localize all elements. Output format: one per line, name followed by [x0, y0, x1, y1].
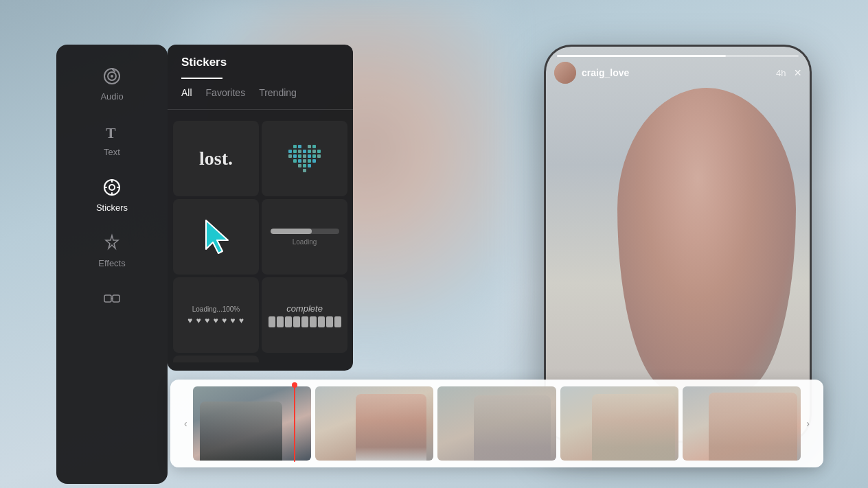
transitions-icon — [101, 288, 123, 310]
sticker-loading-bar[interactable]: Loading — [262, 199, 347, 275]
effects-icon — [101, 232, 123, 254]
loading-hearts-content: Loading...100% ♥ ♥ ♥ ♥ ♥ ♥ ♥ — [187, 305, 244, 325]
sticker-grid: lost. — [168, 115, 353, 362]
sticker-lost-text: lost. — [199, 148, 233, 170]
sticker-panel: Stickers All Favorites Trending lost. — [168, 45, 353, 371]
sticker-player-watcher[interactable]: ARE YOU A PLAYER or WATCHER — [173, 356, 259, 362]
sidebar-item-transitions[interactable] — [64, 281, 160, 321]
svg-rect-12 — [113, 295, 119, 302]
timeline-right-arrow[interactable]: › — [803, 415, 812, 432]
left-sidebar: Audio T Text Stickers — [56, 45, 168, 484]
sticker-tab-all[interactable]: All — [181, 87, 192, 101]
stickers-icon — [101, 176, 123, 198]
stickers-label: Stickers — [96, 202, 128, 213]
phone-username: craig_love — [582, 67, 776, 78]
sticker-divider — [168, 109, 353, 110]
sidebar-item-stickers[interactable]: Stickers — [64, 170, 160, 220]
svg-point-6 — [109, 185, 115, 190]
sidebar-item-audio[interactable]: Audio — [64, 58, 160, 108]
sticker-cursor[interactable] — [173, 199, 259, 275]
pixel-heart-grid — [288, 145, 321, 172]
complete-sticker-content: complete — [269, 303, 341, 327]
text-label: Text — [104, 147, 120, 157]
effects-label: Effects — [98, 258, 126, 268]
complete-text: complete — [286, 303, 323, 314]
sticker-loading-hearts[interactable]: Loading...100% ♥ ♥ ♥ ♥ ♥ ♥ ♥ — [173, 277, 259, 353]
loading-fill — [271, 229, 312, 234]
sticker-tabs: All Favorites Trending — [181, 87, 339, 101]
audio-label: Audio — [100, 91, 123, 102]
phone-time: 4h — [776, 68, 786, 78]
timeline-left-arrow[interactable]: ‹ — [181, 415, 190, 432]
timeline-frame-4[interactable] — [560, 386, 678, 461]
phone-story-header: craig_love 4h × — [554, 62, 801, 84]
loading-percent: Loading...100% — [192, 305, 240, 313]
loading-label: Loading — [293, 238, 317, 246]
sticker-complete[interactable]: complete — [262, 277, 347, 353]
sticker-tab-favorites[interactable]: Favorites — [206, 87, 246, 101]
story-progress-fill — [557, 55, 726, 57]
text-icon: T — [101, 121, 123, 143]
cursor-sticker-content — [173, 199, 259, 275]
phone-close-icon[interactable]: × — [794, 66, 801, 80]
timeline-frames — [193, 386, 801, 461]
audio-icon — [101, 65, 123, 87]
phone-avatar — [554, 62, 576, 84]
svg-rect-11 — [104, 295, 111, 302]
timeline-strip: ‹ › — [170, 380, 823, 467]
sticker-tab-trending[interactable]: Trending — [259, 87, 297, 101]
sticker-panel-title: Stickers — [181, 56, 339, 69]
phone-woman-figure — [617, 88, 796, 390]
svg-text:T: T — [106, 124, 116, 141]
playhead-dot — [292, 382, 297, 388]
svg-marker-14 — [206, 220, 228, 253]
timeline-frame-5[interactable] — [683, 386, 801, 461]
cursor-icon — [202, 219, 231, 255]
sticker-lost[interactable]: lost. — [173, 121, 259, 196]
sidebar-item-text[interactable]: T Text — [64, 114, 160, 164]
sticker-title-underline — [181, 78, 222, 79]
timeline-playhead — [294, 385, 295, 462]
svg-point-2 — [111, 75, 113, 78]
hearts-row: ♥ ♥ ♥ ♥ ♥ ♥ ♥ — [187, 316, 244, 325]
timeline-frame-2[interactable] — [315, 386, 433, 461]
sticker-panel-header: Stickers All Favorites Trending — [168, 45, 353, 101]
sidebar-item-effects[interactable]: Effects — [64, 225, 160, 275]
loading-track — [271, 229, 339, 234]
loading-bar-sticker-content: Loading — [271, 229, 339, 246]
timeline-frame-3[interactable] — [437, 386, 556, 461]
complete-bar — [269, 316, 341, 327]
sticker-pixel-heart[interactable] — [262, 121, 347, 196]
story-progress-bar — [557, 55, 799, 57]
